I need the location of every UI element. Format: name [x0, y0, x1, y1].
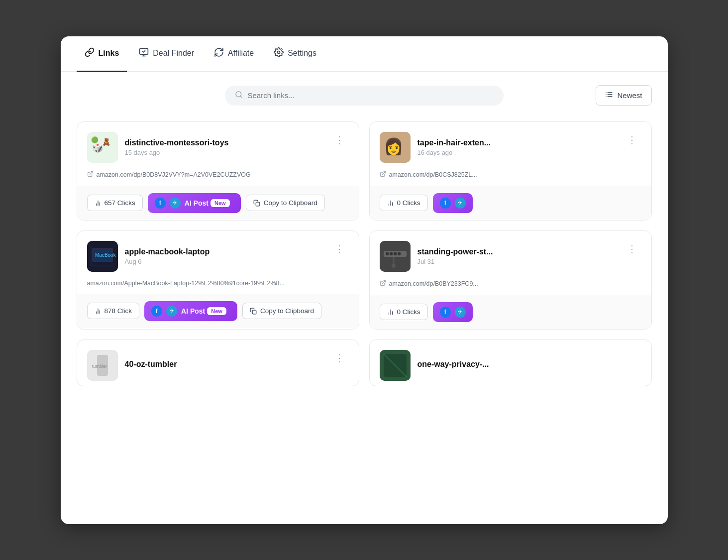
card-header-2: 👩 tape-in-hair-exten... 16 days ago ⋮: [370, 122, 651, 168]
clicks-count-3: 878 Click: [104, 307, 132, 315]
card-title-5: 40-oz-tumbler: [125, 360, 177, 369]
card-actions-4: 0 Clicks f ✈: [370, 295, 651, 329]
product-thumb-4: [380, 241, 411, 272]
search-input[interactable]: [248, 91, 494, 100]
clicks-button-4[interactable]: 0 Clicks: [380, 304, 428, 320]
affiliate-icon: [214, 47, 224, 60]
card-header-1: 🎲 🧸 🟢 distinctive-montessori-toys 15 day…: [77, 122, 359, 168]
telegram-icon-3: ✈: [166, 306, 177, 317]
search-bar-container: [225, 86, 504, 106]
card-header-left-6: one-way-privacy-...: [380, 350, 489, 381]
more-options-btn-3[interactable]: ⋮: [330, 241, 349, 257]
product-thumb-5: tumbler: [87, 350, 118, 381]
new-badge-1: New: [210, 199, 230, 207]
nav-item-links[interactable]: Links: [77, 36, 127, 72]
facebook-icon-3: f: [151, 306, 162, 317]
card-info-4: standing-power-st... Jul 31: [417, 247, 493, 265]
card-title-6: one-way-privacy-...: [417, 360, 489, 369]
svg-rect-18: [256, 202, 260, 206]
search-icon: [235, 91, 243, 101]
svg-point-1: [278, 51, 280, 53]
card-url-4: amazon.com/dp/B0BY233FC9...: [370, 277, 651, 295]
sort-label: Newest: [617, 91, 642, 100]
ai-post-inner-1: f ✈ AI Post New: [148, 193, 241, 213]
card-info-5: 40-oz-tumbler: [125, 360, 177, 370]
nav-label-links: Links: [99, 49, 119, 58]
nav-item-deal-finder[interactable]: Deal Finder: [131, 36, 202, 72]
app-window: Links Deal Finder Affiliate Settings: [61, 36, 668, 524]
url-icon-1: [87, 171, 94, 179]
sort-button[interactable]: Newest: [596, 85, 651, 106]
svg-line-21: [382, 171, 385, 174]
svg-rect-38: [390, 252, 393, 255]
card-title-1: distinctive-montessori-toys: [125, 138, 229, 147]
search-area: Newest: [61, 72, 668, 113]
nav-item-settings[interactable]: Settings: [266, 36, 324, 72]
url-icon-2: [380, 171, 386, 179]
card-title-2: tape-in-hair-exten...: [417, 138, 491, 147]
nav-item-affiliate[interactable]: Affiliate: [206, 36, 262, 72]
copy-button-1[interactable]: Copy to Clipboard: [246, 195, 325, 211]
svg-rect-39: [394, 252, 397, 255]
nav-label-settings: Settings: [288, 49, 316, 58]
card-url-text-2: amazon.com/dp/B0CSJ825ZL...: [389, 171, 477, 178]
clicks-button-2[interactable]: 0 Clicks: [380, 195, 428, 211]
card-header-left-4: standing-power-st... Jul 31: [380, 241, 493, 272]
more-options-btn-4[interactable]: ⋮: [623, 241, 641, 257]
svg-line-3: [240, 96, 242, 98]
card-url-text-3: amazon.com/Apple-MacBook-Laptop-12%E2%80…: [87, 280, 285, 287]
more-options-btn-5[interactable]: ⋮: [330, 350, 349, 366]
ai-post-button-3[interactable]: f ✈ AI Post New: [144, 301, 237, 321]
svg-line-14: [90, 171, 93, 174]
card-info-2: tape-in-hair-exten... 16 days ago: [417, 138, 491, 156]
nav-label-affiliate: Affiliate: [228, 49, 254, 58]
card-tape-in-hair: 👩 tape-in-hair-exten... 16 days ago ⋮ am…: [369, 121, 652, 221]
more-options-btn-2[interactable]: ⋮: [623, 132, 641, 148]
more-options-btn-1[interactable]: ⋮: [330, 132, 349, 148]
product-thumb-2: 👩: [380, 132, 411, 163]
card-title-3: apple-macbook-laptop: [125, 247, 210, 256]
url-icon-4: [380, 280, 386, 288]
copy-button-3[interactable]: Copy to Clipboard: [242, 303, 321, 319]
card-url-1: amazon.com/dp/B0D8VJ2VVY?m=A2V0VE2CUZZVO…: [77, 168, 359, 186]
cards-grid: 🎲 🧸 🟢 distinctive-montessori-toys 15 day…: [61, 113, 668, 398]
card-40oz-tumbler: tumbler 40-oz-tumbler ⋮: [77, 339, 359, 386]
ai-post-label-1: AI Post: [185, 199, 208, 207]
card-header-left-3: MacBook apple-macbook-laptop Aug 6: [87, 241, 210, 272]
card-actions-2: 0 Clicks f ✈: [370, 186, 651, 220]
svg-text:🟢: 🟢: [91, 136, 99, 143]
card-url-3: amazon.com/Apple-MacBook-Laptop-12%E2%80…: [77, 277, 359, 294]
svg-rect-40: [398, 252, 401, 255]
card-url-2: amazon.com/dp/B0CSJ825ZL...: [370, 168, 651, 186]
svg-text:👩: 👩: [384, 137, 404, 156]
card-header-6: one-way-privacy-...: [370, 340, 651, 386]
facebook-icon-2: f: [440, 198, 451, 209]
svg-text:MacBook: MacBook: [95, 252, 116, 258]
telegram-icon-2: ✈: [455, 198, 466, 209]
product-thumb-3: MacBook: [87, 241, 118, 272]
card-date-2: 16 days ago: [417, 149, 491, 156]
settings-icon: [274, 47, 284, 60]
ai-post-button-2[interactable]: f ✈: [433, 193, 473, 213]
card-distinctive-montessori-toys: 🎲 🧸 🟢 distinctive-montessori-toys 15 day…: [77, 121, 359, 221]
svg-rect-37: [386, 252, 389, 255]
card-url-text-1: amazon.com/dp/B0D8VJ2VVY?m=A2V0VE2CUZZVO…: [97, 171, 251, 178]
copy-label-3: Copy to Clipboard: [260, 307, 314, 315]
ai-post-inner-3: f ✈ AI Post New: [144, 301, 237, 321]
card-apple-macbook: MacBook apple-macbook-laptop Aug 6 ⋮ ama…: [77, 230, 359, 330]
card-date-3: Aug 6: [125, 258, 210, 265]
card-title-4: standing-power-st...: [417, 247, 493, 256]
clicks-button-1[interactable]: 657 Clicks: [87, 195, 143, 211]
clicks-button-3[interactable]: 878 Click: [87, 303, 140, 319]
links-icon: [85, 47, 95, 60]
svg-point-42: [392, 264, 396, 268]
telegram-icon-1: ✈: [170, 198, 181, 209]
card-info-1: distinctive-montessori-toys 15 days ago: [125, 138, 229, 156]
copy-label-1: Copy to Clipboard: [264, 199, 317, 207]
product-thumb-6: [380, 350, 411, 381]
clicks-count-2: 0 Clicks: [397, 199, 420, 207]
card-one-way-privacy: one-way-privacy-...: [369, 339, 652, 386]
card-info-3: apple-macbook-laptop Aug 6: [125, 247, 210, 265]
ai-post-button-1[interactable]: f ✈ AI Post New: [148, 193, 241, 213]
ai-post-button-4[interactable]: f ✈: [433, 302, 473, 322]
